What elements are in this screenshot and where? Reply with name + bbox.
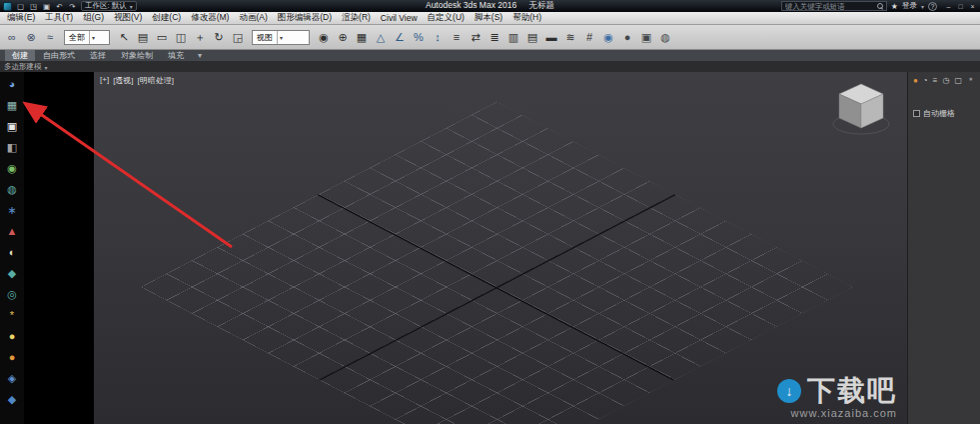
search-input[interactable] [785,2,875,11]
autogrid-checkbox[interactable] [913,110,920,117]
ring-tool-icon[interactable]: ◎ [3,285,21,303]
select-and-rotate-icon[interactable]: ↻ [210,28,228,46]
gem-tool-icon[interactable]: ◈ [3,369,21,387]
reference-coordinate-dropdown[interactable]: 视图 ▾ [252,30,310,45]
ribbon-minimize-icon[interactable]: ▾ [198,50,202,61]
sign-in-button[interactable]: 登录 [902,1,917,11]
select-object-icon[interactable]: ↖ [115,28,133,46]
chevron-down-icon[interactable]: ▾ [921,3,924,10]
selection-filter-dropdown[interactable]: 全部 ▾ [64,30,110,45]
display-tab-icon[interactable]: ▢ [954,76,962,85]
minimize-icon[interactable]: – [944,3,953,10]
keyboard-override-icon[interactable]: ▦ [353,28,371,46]
spinner-snap-icon[interactable]: ↕ [429,28,447,46]
ribbon-tab[interactable]: 自由形式 [36,50,82,61]
undo-icon[interactable]: ↶ [54,2,65,11]
panel-tool-icon[interactable]: ◧ [3,138,21,156]
motion-tab-icon[interactable]: ◷ [942,76,949,85]
autogrid-label: 自动栅格 [923,108,955,119]
menu-item[interactable]: 组(G) [78,12,109,24]
save-file-icon[interactable]: ▣ [41,2,52,11]
viewport-label-segment[interactable]: [明暗处理] [138,75,174,86]
select-by-name-icon[interactable]: ▤ [134,28,152,46]
ribbon-tab[interactable]: 选择 [83,50,113,61]
viewport-label-segment[interactable]: [透视] [113,75,133,86]
swirl-tool-icon[interactable]: ∗ [3,201,21,219]
menu-item[interactable]: 编辑(E) [2,12,40,24]
ribbon-tab[interactable]: 创建 [5,50,35,61]
favorites-star-icon[interactable]: ★ [891,2,898,11]
mirror-icon[interactable]: ⇄ [467,28,485,46]
render-frame-icon[interactable]: ▣ [637,28,655,46]
search-icon[interactable] [877,3,883,9]
shapes-tool-icon[interactable]: ▣ [3,117,21,135]
close-icon[interactable]: × [968,3,977,10]
menu-item[interactable]: 渲染(R) [337,12,376,24]
open-file-icon[interactable]: ◳ [28,2,39,11]
polygon-modeling-panel-label[interactable]: 多边形建模 [4,62,42,72]
marker-tool-icon[interactable]: ▲ [3,222,21,240]
menu-item[interactable]: 自定义(U) [423,12,470,24]
menu-item[interactable]: 创建(C) [147,12,186,24]
disc-tool-icon[interactable]: ◍ [3,180,21,198]
grid-tool-icon[interactable]: ▦ [3,96,21,114]
ribbon-tab[interactable]: 填充 [161,50,191,61]
help-icon[interactable]: ? [928,2,937,11]
diamond-tool-icon[interactable]: ◆ [3,264,21,282]
menu-item[interactable]: 脚本(S) [470,12,507,24]
viewport-label-segment[interactable]: [+] [100,75,109,86]
maximize-icon[interactable]: □ [956,3,965,10]
ribbon-toggle-icon[interactable]: ▬ [542,28,560,46]
layer-manager-icon[interactable]: ▤ [523,28,541,46]
select-and-link-icon[interactable]: ∞ [3,28,21,46]
use-pivot-center-icon[interactable]: ◉ [315,28,333,46]
select-and-manipulate-icon[interactable]: ⊕ [334,28,352,46]
cluster-tool-icon[interactable]: ◆ [3,390,21,408]
render-production-icon[interactable]: ◍ [656,28,674,46]
ribbon-tab[interactable]: 对象绘制 [114,50,160,61]
percent-snap-icon[interactable]: % [410,28,428,46]
menu-item[interactable]: 修改器(M) [186,12,234,24]
3ds-max-logo-icon[interactable] [3,2,12,11]
sun-tool-icon[interactable]: * [3,306,21,324]
snap-toggle-icon[interactable]: △ [372,28,390,46]
bulb-tool-icon[interactable]: ● [3,327,21,345]
schematic-view-icon[interactable]: # [580,28,598,46]
menu-item[interactable]: 帮助(H) [507,12,546,24]
create-tab-icon[interactable]: ● [913,76,918,85]
perspective-viewport[interactable]: [+][透视][明暗处理] ↓ 下载吧 www.xiazaiba.com [94,72,907,424]
select-and-scale-icon[interactable]: ◲ [229,28,247,46]
dot-tool-icon[interactable]: ● [3,348,21,366]
menu-item[interactable]: 图形编辑器(D) [273,12,337,24]
utilities-tab-icon[interactable]: ＊ [967,75,975,86]
figure-tool-icon[interactable]: ◉ [3,159,21,177]
window-controls: –□× [944,3,977,10]
chevron-down-icon: ▾ [277,31,283,44]
scene-explorer-icon[interactable]: ▥ [504,28,522,46]
select-and-move-icon[interactable]: ＋ [191,28,209,46]
menu-item[interactable]: Civil View [376,12,423,24]
unlink-selection-icon[interactable]: ⊗ [22,28,40,46]
curve-editor-icon[interactable]: ≋ [561,28,579,46]
selection-region-icon[interactable]: ▭ [153,28,171,46]
sphere-tool-icon[interactable]: ◕ [3,75,21,93]
modify-tab-icon[interactable]: ◔ [923,76,928,85]
menu-item[interactable]: 动画(A) [234,12,272,24]
edit-named-selections-icon[interactable]: ≡ [448,28,466,46]
menu-item[interactable]: 工具(T) [40,12,78,24]
watermark: ↓ 下载吧 www.xiazaiba.com [777,377,897,419]
menu-item[interactable]: 视图(V) [109,12,147,24]
view-cube[interactable] [829,78,893,138]
document-title: 无标题 [529,0,555,10]
material-editor-icon[interactable]: ◉ [599,28,617,46]
new-file-icon[interactable]: ▢ [15,2,26,11]
render-setup-icon[interactable]: ● [618,28,636,46]
redo-icon[interactable]: ↷ [67,2,78,11]
bind-to-space-warp-icon[interactable]: ≈ [41,28,59,46]
window-crossing-icon[interactable]: ◫ [172,28,190,46]
align-icon[interactable]: ≣ [486,28,503,46]
workspace-selector[interactable]: 工作区: 默认 ▾ [81,1,137,11]
moon-sphere-tool-icon[interactable]: ◐ [3,243,21,261]
hierarchy-tab-icon[interactable]: ≡ [933,76,938,85]
angle-snap-icon[interactable]: ∠ [391,28,409,46]
